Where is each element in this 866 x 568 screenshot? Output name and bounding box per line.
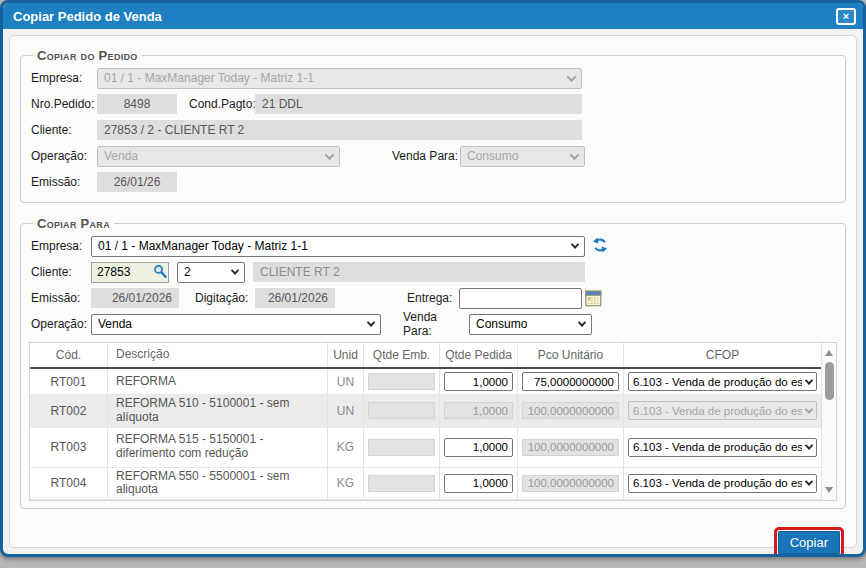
- table-row: RT001 REFORMA UN 6.103 - Venda de produç…: [30, 369, 821, 395]
- item-descricao: REFORMA 510 - 5100001 - sem alíquota: [108, 395, 328, 427]
- col-header-cfop: CFOP: [624, 343, 821, 367]
- copy-sales-order-dialog: Copiar Pedido de Venda × Copiar do Pedid…: [0, 0, 866, 557]
- col-header-cod: Cód.: [30, 343, 108, 367]
- item-cfop-select[interactable]: 6.103 - Venda de produção do estabe: [628, 438, 817, 457]
- refresh-button[interactable]: [592, 237, 608, 256]
- item-qtde-emb-field: [368, 439, 435, 456]
- table-header-row: Cód. Descrição Unid Qtde Emb. Qtde Pedid…: [30, 343, 821, 369]
- item-qtde-pedida-input[interactable]: [444, 372, 513, 391]
- source-cliente-label: Cliente:: [31, 123, 97, 137]
- cliente-nome-value: CLIENTE RT 2: [253, 262, 585, 282]
- source-nro-pedido-value: 8498: [97, 94, 177, 114]
- source-venda-para-select: Consumo: [460, 146, 585, 167]
- chevron-down-icon: [570, 150, 580, 160]
- col-header-qtde-emb: Qtde Emb.: [364, 343, 440, 367]
- search-icon[interactable]: [153, 264, 168, 279]
- item-qtde-emb-field: [368, 373, 435, 390]
- table-row: RT003 REFORMA 515 - 5150001 - diferiment…: [30, 428, 821, 468]
- chevron-down-icon: [571, 240, 579, 248]
- item-cfop-select: 6.103 - Venda de produção do estabe: [628, 401, 817, 420]
- target-operacao-select[interactable]: Venda: [91, 314, 381, 335]
- close-button[interactable]: ×: [836, 8, 856, 25]
- table-scrollbar[interactable]: [821, 343, 836, 500]
- item-unid: KG: [328, 428, 364, 467]
- target-cliente-label: Cliente:: [31, 265, 91, 279]
- dialog-footer: Copiar: [20, 522, 846, 554]
- target-entrega-label: Entrega:: [407, 291, 459, 305]
- fieldset-copiar-para: Copiar Para Empresa: 01 / 1 - MaxManager…: [20, 216, 846, 509]
- table-row: RT004 REFORMA 550 - 5500001 - sem aliquo…: [30, 468, 821, 501]
- item-qtde-pedida-field: 1,0000: [444, 402, 513, 419]
- fieldset-copiar-do-pedido: Copiar do Pedido Empresa: 01 / 1 - MaxMa…: [20, 48, 846, 203]
- cliente-loja-select[interactable]: 2: [177, 262, 245, 283]
- source-cond-pagto-label: Cond.Pagto:: [189, 97, 255, 111]
- item-pco-unitario-input[interactable]: [522, 372, 619, 391]
- source-empresa-select: 01 / 1 - MaxManager Today - Matriz 1-1: [97, 68, 582, 89]
- item-pco-unitario-field: 100,0000000000: [522, 475, 619, 492]
- item-unid: UN: [328, 395, 364, 427]
- col-header-unid: Unid: [328, 343, 364, 367]
- item-pco-unitario-field: 100,0000000000: [522, 402, 619, 419]
- dialog-titlebar[interactable]: Copiar Pedido de Venda ×: [3, 3, 863, 29]
- source-operacao-label: Operação:: [31, 149, 97, 163]
- chevron-down-icon: [805, 441, 813, 449]
- scroll-down-icon[interactable]: [825, 487, 833, 493]
- item-qtde-pedida-input[interactable]: [444, 474, 513, 493]
- item-cfop-select[interactable]: 6.103 - Venda de produção do estabe: [628, 474, 817, 493]
- item-unid: UN: [328, 369, 364, 394]
- source-empresa-label: Empresa:: [31, 71, 97, 85]
- chevron-down-icon: [805, 376, 813, 384]
- chevron-down-icon: [367, 318, 375, 326]
- item-qtde-emb-field: [368, 475, 435, 492]
- source-cliente-value: 27853 / 2 - CLIENTE RT 2: [97, 120, 582, 140]
- scroll-up-icon[interactable]: [825, 350, 833, 356]
- chevron-down-icon: [805, 478, 813, 486]
- item-descricao: REFORMA: [108, 369, 328, 394]
- fieldset-copiar-do-pedido-legend: Copiar do Pedido: [33, 48, 142, 63]
- target-venda-para-select[interactable]: Consumo: [469, 314, 592, 335]
- target-empresa-select[interactable]: 01 / 1 - MaxManager Today - Matriz 1-1: [91, 236, 585, 257]
- table-row: RT002 REFORMA 510 - 5100001 - sem alíquo…: [30, 395, 821, 428]
- source-venda-para-label: Venda Para:: [392, 149, 460, 163]
- item-cod: RT002: [30, 395, 108, 427]
- target-emissao-value: 26/01/2026: [91, 288, 179, 308]
- target-emissao-label: Emissão:: [31, 291, 91, 305]
- dialog-title: Copiar Pedido de Venda: [13, 9, 162, 24]
- scrollbar-thumb[interactable]: [825, 362, 834, 400]
- item-cod: RT001: [30, 369, 108, 394]
- chevron-down-icon: [325, 150, 335, 160]
- copiar-button[interactable]: Copiar: [778, 531, 840, 554]
- chevron-down-icon: [567, 72, 577, 82]
- items-table: Cód. Descrição Unid Qtde Emb. Qtde Pedid…: [29, 342, 837, 501]
- source-emissao-label: Emissão:: [31, 175, 97, 189]
- item-unid: KG: [328, 468, 364, 500]
- source-cond-pagto-value: 21 DDL: [255, 94, 582, 114]
- close-icon: ×: [843, 11, 849, 22]
- fieldset-copiar-para-legend: Copiar Para: [33, 216, 114, 231]
- entrega-date-input[interactable]: [459, 288, 582, 309]
- target-venda-para-label: Venda Para:: [403, 310, 469, 338]
- source-operacao-select: Venda: [97, 146, 340, 167]
- source-nro-pedido-label: Nro.Pedido:: [31, 97, 97, 111]
- col-header-qtde-pedida: Qtde Pedida: [440, 343, 518, 367]
- target-digitacao-label: Digitação:: [195, 291, 255, 305]
- col-header-descricao: Descrição: [108, 343, 328, 367]
- calendar-icon[interactable]: [585, 290, 602, 307]
- item-descricao: REFORMA 550 - 5500001 - sem aliquota: [108, 468, 328, 500]
- item-qtde-pedida-input[interactable]: [444, 438, 513, 457]
- source-emissao-value: 26/01/26: [97, 172, 177, 192]
- target-empresa-label: Empresa:: [31, 239, 91, 253]
- item-pco-unitario-field: 100,0000000000: [522, 439, 619, 456]
- item-descricao: REFORMA 515 - 5150001 - diferimento com …: [108, 428, 328, 467]
- item-cod: RT003: [30, 428, 108, 467]
- item-cfop-select[interactable]: 6.103 - Venda de produção do estabe: [628, 372, 817, 391]
- chevron-down-icon: [231, 266, 239, 274]
- item-cod: RT004: [30, 468, 108, 500]
- dialog-body: Copiar do Pedido Empresa: 01 / 1 - MaxMa…: [3, 29, 863, 554]
- content-panel: Copiar do Pedido Empresa: 01 / 1 - MaxMa…: [9, 35, 857, 548]
- target-operacao-label: Operação:: [31, 317, 91, 331]
- chevron-down-icon: [578, 318, 586, 326]
- col-header-pco-unitario: Pco Unitário: [518, 343, 624, 367]
- refresh-icon: [592, 237, 608, 256]
- chevron-down-icon: [805, 405, 813, 413]
